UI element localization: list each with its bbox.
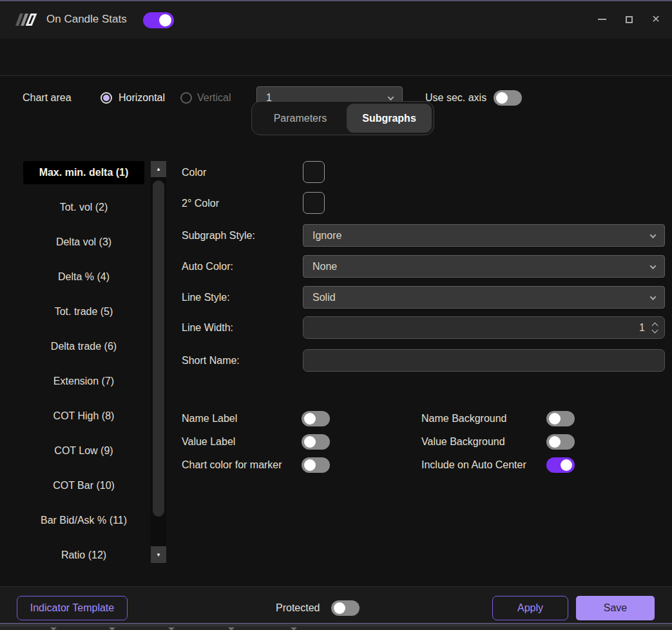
close-button[interactable]: ✕ xyxy=(642,1,669,37)
list-item[interactable]: Tot. trade (5) xyxy=(23,300,144,323)
auto-color-select[interactable]: None xyxy=(303,255,665,278)
list-item[interactable]: COT High (8) xyxy=(23,405,144,428)
indicator-enabled-toggle[interactable] xyxy=(143,12,174,28)
value-label-label: Value Label xyxy=(182,431,235,453)
scroll-up-button[interactable]: ▲ xyxy=(151,161,166,177)
chevron-down-icon xyxy=(109,627,115,630)
name-background-toggle[interactable] xyxy=(546,411,575,426)
toggle-knob xyxy=(304,459,316,471)
toggle-knob xyxy=(549,413,561,425)
subgraph-style-value: Ignore xyxy=(312,230,341,242)
tab-subgraphs[interactable]: Subgraphs xyxy=(347,104,432,133)
spinner-stepper[interactable] xyxy=(652,322,658,334)
app-logo-icon xyxy=(13,11,39,31)
list-item[interactable]: Max. min. delta (1) xyxy=(23,161,144,184)
line-style-value: Solid xyxy=(312,292,336,303)
radio-horizontal[interactable] xyxy=(101,92,112,104)
background-window-strip xyxy=(0,625,672,630)
list-item[interactable]: Bar Bid/Ask % (11) xyxy=(23,509,144,532)
window-controls: ✕ xyxy=(588,1,669,37)
chevron-down-icon xyxy=(650,232,657,238)
toggle-knob xyxy=(304,436,316,448)
sec-axis-label: Use sec. axis xyxy=(425,86,486,110)
subgraph-style-select[interactable]: Ignore xyxy=(303,224,665,247)
value-background-toggle[interactable] xyxy=(546,434,575,450)
toggle-knob xyxy=(561,459,572,471)
toggle-knob xyxy=(549,436,561,448)
indicator-template-button[interactable]: Indicator Template xyxy=(17,596,128,620)
include-auto-center-toggle[interactable] xyxy=(546,457,575,473)
chart-color-marker-label: Chart color for marker xyxy=(182,454,282,476)
color-label: Color xyxy=(182,161,206,184)
name-label-toggle[interactable] xyxy=(302,411,330,426)
line-style-select[interactable]: Solid xyxy=(303,286,665,309)
sec-axis-toggle[interactable] xyxy=(494,90,522,106)
scroll-down-button[interactable]: ▼ xyxy=(151,546,166,563)
scroll-down-icon: ▼ xyxy=(156,552,161,558)
short-name-input[interactable] xyxy=(303,349,665,372)
secondary-color-swatch[interactable] xyxy=(303,192,325,214)
title-bar: On Candle Stats ✕ xyxy=(0,1,672,39)
save-button[interactable]: Save xyxy=(576,596,655,620)
include-auto-center-label: Include on Auto Center xyxy=(421,454,526,476)
minimize-icon xyxy=(598,19,606,20)
toggle-knob xyxy=(496,92,508,104)
line-width-value: 1 xyxy=(639,317,645,338)
auto-color-label: Auto Color: xyxy=(182,255,233,278)
chart-color-marker-toggle[interactable] xyxy=(302,457,330,473)
short-name-label: Short Name: xyxy=(182,349,240,372)
value-label-toggle[interactable] xyxy=(302,434,330,450)
radio-horizontal-label[interactable]: Horizontal xyxy=(119,86,165,110)
chart-area-label: Chart area xyxy=(23,86,72,110)
list-item[interactable]: Delta % (4) xyxy=(23,265,144,289)
maximize-button[interactable] xyxy=(615,1,642,37)
maximize-icon xyxy=(626,16,633,23)
name-label-label: Name Label xyxy=(182,408,237,430)
toggle-knob xyxy=(334,602,345,614)
protected-toggle[interactable] xyxy=(331,600,360,616)
tab-parameters[interactable]: Parameters xyxy=(254,104,347,133)
radio-vertical-label[interactable]: Vertical xyxy=(197,86,231,110)
chevron-down-icon xyxy=(650,263,657,269)
screen: On Candle Stats ✕ Chart area Horizontal … xyxy=(0,0,672,630)
scroll-up-icon: ▲ xyxy=(156,166,161,172)
chevron-down-icon xyxy=(388,94,394,100)
list-scrollbar[interactable]: ▲ ▼ xyxy=(151,161,166,563)
chevron-down-icon xyxy=(650,294,657,300)
line-width-input[interactable]: 1 xyxy=(303,316,665,339)
chevron-down-icon xyxy=(50,627,57,630)
list-item[interactable]: Ratio (12) xyxy=(23,544,144,567)
toggle-knob xyxy=(304,413,316,425)
chart-area-toolbar: Chart area Horizontal Vertical 1 Use sec… xyxy=(0,39,672,76)
chevron-down-icon xyxy=(228,627,235,630)
line-width-label: Line Width: xyxy=(182,316,233,339)
apply-button[interactable]: Apply xyxy=(492,596,568,620)
list-item[interactable]: COT Bar (10) xyxy=(23,474,144,497)
color-swatch[interactable] xyxy=(303,161,325,183)
list-item[interactable]: Delta trade (6) xyxy=(23,335,144,358)
line-style-label: Line Style: xyxy=(182,286,230,309)
name-background-label: Name Background xyxy=(421,408,507,430)
list-item[interactable]: COT Low (9) xyxy=(23,439,144,463)
scrollbar-thumb[interactable] xyxy=(153,180,164,517)
window-title: On Candle Stats xyxy=(46,1,127,37)
list-item[interactable]: Delta vol (3) xyxy=(23,231,144,254)
chevron-down-icon xyxy=(168,627,175,630)
close-icon: ✕ xyxy=(651,14,660,24)
chevron-down-icon xyxy=(291,627,297,630)
list-item[interactable]: Extension (7) xyxy=(23,370,144,393)
secondary-color-label: 2° Color xyxy=(182,192,219,215)
list-item[interactable]: Tot. vol (2) xyxy=(23,196,144,219)
toggle-knob xyxy=(159,14,171,26)
value-background-label: Value Background xyxy=(421,431,505,453)
spinner-down-icon xyxy=(652,327,658,333)
on-candle-stats-dialog: On Candle Stats ✕ Chart area Horizontal … xyxy=(0,0,672,624)
protected-label: Protected xyxy=(276,596,320,620)
auto-color-value: None xyxy=(312,261,337,272)
minimize-button[interactable] xyxy=(588,1,615,37)
tab-bar: Parameters Subgraphs xyxy=(251,101,434,135)
radio-vertical[interactable] xyxy=(180,92,192,104)
footer-bar: Indicator Template Protected Apply Save xyxy=(0,586,672,623)
subgraph-style-label: Subgraph Style: xyxy=(182,224,255,247)
